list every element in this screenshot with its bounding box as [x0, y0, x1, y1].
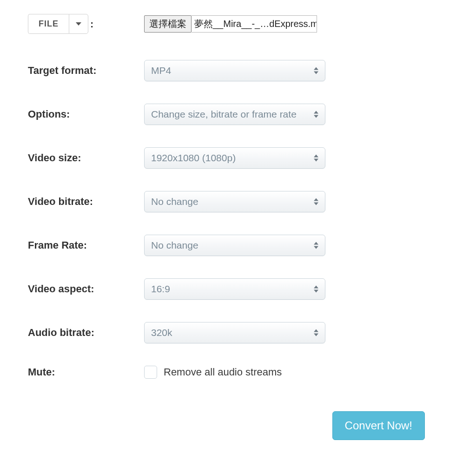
file-chooser-field: 選擇檔案 夢然__Mira__-_…dExpress.mp4 [144, 15, 325, 33]
label-audio-bitrate: Audio bitrate: [28, 327, 144, 339]
mute-checkbox-wrap: Remove all audio streams [144, 366, 325, 379]
row-options: Options: Change size, bitrate or frame r… [28, 104, 453, 125]
row-file: FILE : 選擇檔案 夢然__Mira__-_…dExpress.mp4 [28, 14, 453, 34]
label-mute: Mute: [28, 366, 144, 378]
select-value-video-aspect: 16:9 [151, 283, 170, 295]
select-stepper-icon [314, 111, 318, 118]
select-stepper-icon [314, 242, 318, 249]
label-video-size: Video size: [28, 152, 144, 164]
select-video-aspect[interactable]: 16:9 [144, 278, 325, 300]
label-options: Options: [28, 108, 144, 120]
select-video-size[interactable]: 1920x1080 (1080p) [144, 147, 325, 169]
caret-down-icon [76, 22, 81, 26]
select-target-format[interactable]: MP4 [144, 60, 325, 81]
row-target-format: Target format: MP4 [28, 60, 453, 81]
label-video-aspect: Video aspect: [28, 283, 144, 295]
select-stepper-icon [314, 67, 318, 74]
select-stepper-icon [314, 286, 318, 293]
select-value-options: Change size, bitrate or frame rate [151, 109, 297, 120]
row-frame-rate: Frame Rate: No change [28, 235, 453, 256]
mute-checkbox[interactable] [144, 366, 157, 379]
row-mute: Mute: Remove all audio streams [28, 366, 453, 379]
select-value-frame-rate: No change [151, 240, 198, 251]
row-video-size: Video size: 1920x1080 (1080p) [28, 147, 453, 169]
select-value-video-size: 1920x1080 (1080p) [151, 152, 236, 164]
label-video-bitrate: Video bitrate: [28, 196, 144, 208]
select-value-video-bitrate: No change [151, 196, 198, 207]
label-target-format: Target format: [28, 65, 144, 77]
select-options[interactable]: Change size, bitrate or frame rate [144, 104, 325, 125]
label-frame-rate: Frame Rate: [28, 239, 144, 251]
row-video-bitrate: Video bitrate: No change [28, 191, 453, 212]
select-frame-rate[interactable]: No change [144, 235, 325, 256]
select-value-target-format: MP4 [151, 65, 171, 76]
choose-file-button[interactable]: 選擇檔案 [144, 15, 192, 33]
select-value-audio-bitrate: 320k [151, 327, 172, 338]
file-source-button[interactable]: FILE [28, 14, 69, 34]
conversion-form: FILE : 選擇檔案 夢然__Mira__-_…dExpress.mp4 Ta… [0, 0, 476, 449]
file-colon: : [90, 18, 93, 30]
select-video-bitrate[interactable]: No change [144, 191, 325, 212]
file-source-controls: FILE : [28, 14, 144, 34]
chosen-filename: 夢然__Mira__-_…dExpress.mp4 [192, 15, 317, 33]
row-audio-bitrate: Audio bitrate: 320k [28, 322, 453, 343]
mute-checkbox-label: Remove all audio streams [164, 366, 282, 378]
convert-button[interactable]: Convert Now! [332, 411, 425, 440]
select-stepper-icon [314, 198, 318, 205]
select-stepper-icon [314, 155, 318, 162]
file-source-dropdown-toggle[interactable] [69, 14, 88, 34]
actions-bar: Convert Now! [28, 411, 453, 440]
file-source-button-group: FILE [28, 14, 88, 34]
select-stepper-icon [314, 329, 318, 336]
file-chooser: 選擇檔案 夢然__Mira__-_…dExpress.mp4 [144, 15, 317, 33]
select-audio-bitrate[interactable]: 320k [144, 322, 325, 343]
row-video-aspect: Video aspect: 16:9 [28, 278, 453, 300]
